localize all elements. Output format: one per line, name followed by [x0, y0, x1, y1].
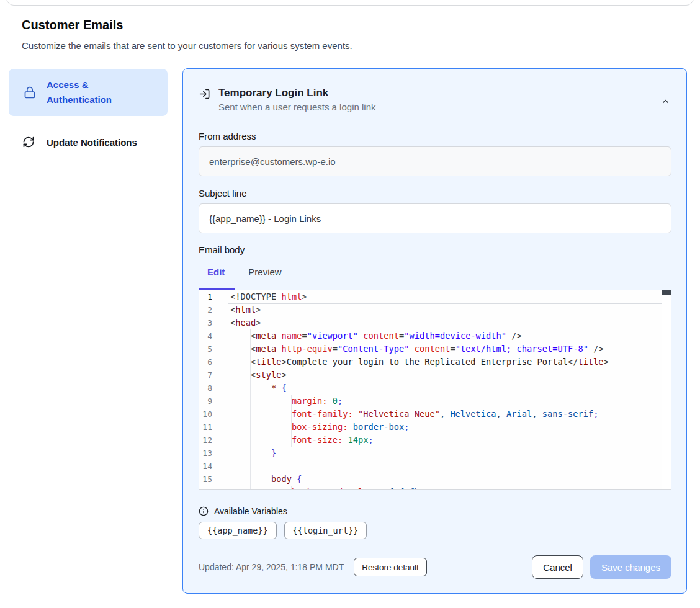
code-line[interactable]: background-color: #f6f8fb;: [228, 486, 671, 489]
panel-header: Temporary Login Link Sent when a user re…: [199, 86, 671, 113]
code-line[interactable]: font-size: 14px;: [228, 434, 671, 447]
email-body-tabs: Edit Preview: [199, 265, 671, 279]
code-line[interactable]: body {: [228, 473, 671, 486]
code-line[interactable]: font-family: "Helvetica Neue", Helvetica…: [228, 408, 671, 421]
code-line[interactable]: margin: 0;: [228, 395, 671, 408]
sidebar: Access & Authentication Update Notificat…: [9, 69, 168, 159]
active-tab-underline: [199, 288, 235, 290]
from-address-input[interactable]: [199, 146, 671, 176]
subject-line-input[interactable]: [199, 203, 671, 233]
editor-code[interactable]: <!DOCTYPE html><html><head> <meta name="…: [228, 290, 671, 489]
code-line[interactable]: <meta http-equiv="Content-Type" content=…: [228, 342, 671, 355]
updated-timestamp: Updated: Apr 29, 2025, 1:18 PM MDT: [199, 562, 344, 572]
variable-chips: {{app_name}} {{login_url}}: [199, 522, 671, 539]
code-line[interactable]: <title>Complete your login to the Replic…: [228, 355, 671, 369]
code-line[interactable]: <head>: [228, 316, 671, 329]
sidebar-item-label: Update Notifications: [47, 137, 137, 148]
page-title: Customer Emails: [22, 18, 123, 32]
code-line[interactable]: <html>: [228, 303, 671, 316]
tab-edit[interactable]: Edit: [199, 267, 233, 277]
variable-chip-app-name[interactable]: {{app_name}}: [199, 522, 277, 539]
log-in-icon: [199, 88, 210, 113]
available-variables-label: Available Variables: [214, 506, 287, 516]
editor-wrapper: 12345678910111213141516 <!DOCTYPE html><…: [199, 290, 671, 490]
panel-subtitle: Sent when a user requests a login link: [218, 102, 375, 113]
restore-default-button[interactable]: Restore default: [354, 558, 427, 576]
collapse-button[interactable]: [660, 90, 671, 113]
code-line[interactable]: <style>: [228, 369, 671, 382]
subject-line-label: Subject line: [199, 188, 671, 199]
code-line[interactable]: box-sizing: border-box;: [228, 421, 671, 434]
available-variables: Available Variables: [199, 506, 671, 516]
chevron-up-icon: [661, 97, 670, 106]
from-address-label: From address: [199, 131, 671, 141]
editor-scrollbar-track: [662, 290, 671, 489]
lock-icon: [24, 86, 36, 99]
code-line[interactable]: }: [228, 447, 671, 460]
refresh-cw-icon: [22, 136, 35, 148]
save-changes-button[interactable]: Save changes: [590, 555, 671, 579]
sidebar-item-label: Access & Authentication: [47, 78, 146, 107]
variable-chip-login-url[interactable]: {{login_url}}: [284, 522, 367, 539]
panel-title: Temporary Login Link: [218, 86, 375, 100]
page-subtitle: Customize the emails that are sent to yo…: [22, 40, 352, 51]
code-editor[interactable]: 12345678910111213141516 <!DOCTYPE html><…: [199, 290, 671, 490]
code-line[interactable]: <meta name="viewport" content="width=dev…: [228, 329, 671, 342]
sidebar-item-update-notifications[interactable]: Update Notifications: [9, 125, 168, 159]
info-icon: [199, 506, 209, 516]
editor-gutter: 12345678910111213141516: [199, 290, 228, 489]
cancel-button[interactable]: Cancel: [532, 555, 583, 579]
sidebar-item-access-authentication[interactable]: Access & Authentication: [9, 69, 168, 116]
email-body-label: Email body: [199, 244, 671, 255]
editor-scrollbar-thumb[interactable]: [662, 290, 671, 295]
code-line[interactable]: <!DOCTYPE html>: [228, 290, 671, 303]
code-line[interactable]: * {: [228, 382, 671, 395]
code-line[interactable]: [228, 460, 671, 473]
tab-preview[interactable]: Preview: [240, 267, 290, 277]
settings-panel: Temporary Login Link Sent when a user re…: [182, 68, 687, 594]
previous-card-bottom-edge: [6, 0, 694, 6]
panel-footer: Updated: Apr 29, 2025, 1:18 PM MDT Resto…: [199, 555, 671, 579]
